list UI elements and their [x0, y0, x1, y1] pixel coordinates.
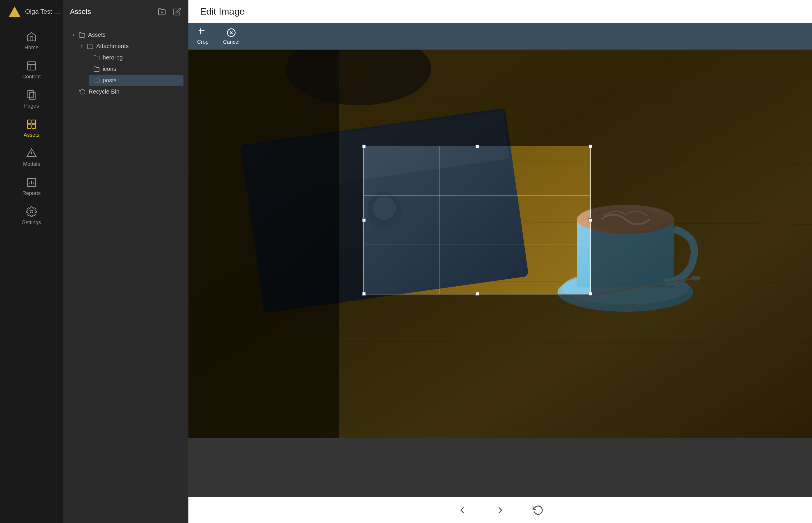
tree-item-hero-bg-label: hero-bg: [103, 54, 123, 61]
reports-icon: [26, 177, 37, 188]
sidebar-item-assets[interactable]: Assets: [0, 114, 63, 143]
recycle-bin-icon: [80, 89, 86, 95]
expand-icon: [71, 33, 76, 37]
crop-handle-ml[interactable]: [362, 218, 366, 222]
tree-item-icons-label: icons: [103, 66, 117, 72]
content-icon: [26, 60, 37, 71]
sidebar-logo: Olga Test Olga Test Org: [0, 0, 63, 23]
svg-rect-8: [28, 125, 31, 128]
tree-item-recycle-bin[interactable]: Recycle Bin: [75, 86, 183, 97]
prev-button[interactable]: [455, 503, 470, 518]
new-folder-icon[interactable]: [158, 7, 166, 16]
svg-rect-1: [28, 61, 36, 70]
bottom-toolbar: [189, 497, 812, 523]
sidebar-item-reports-label: Reports: [22, 191, 40, 197]
crop-handle-bl[interactable]: [362, 292, 366, 295]
next-icon: [495, 505, 506, 516]
tree-item-attachments-label: Attachments: [96, 43, 129, 50]
assets-icon: [26, 119, 37, 130]
svg-marker-0: [9, 6, 20, 17]
sidebar-item-pages[interactable]: Pages: [0, 85, 63, 114]
crop-handle-bm[interactable]: [475, 292, 479, 295]
folder-icon: [93, 77, 100, 84]
crop-handle-br[interactable]: [588, 292, 592, 295]
folder-icon: [93, 66, 100, 72]
crop-grid-v2: [515, 146, 515, 294]
crop-handle-mr[interactable]: [588, 218, 592, 222]
crop-grid-h2: [364, 245, 590, 245]
settings-icon: [26, 206, 37, 217]
folder-icon: [93, 55, 100, 61]
crop-selection-box[interactable]: [364, 146, 591, 294]
crop-grid-v1: [439, 146, 440, 294]
tree-item-posts[interactable]: posts: [89, 75, 183, 86]
svg-rect-6: [28, 120, 31, 124]
asset-tree: Assets Attachments hero-bg: [63, 23, 188, 523]
reset-button[interactable]: [531, 503, 545, 518]
tree-item-recycle-bin-label: Recycle Bin: [89, 88, 120, 95]
asset-panel: Assets Assets: [63, 0, 189, 523]
crop-handle-tr[interactable]: [588, 145, 592, 148]
crop-grid-h1: [364, 195, 590, 196]
edit-toolbar: Crop Cancel: [189, 23, 812, 50]
crop-button[interactable]: Crop: [197, 28, 209, 45]
sidebar-item-home[interactable]: Home: [0, 26, 63, 55]
crop-icon: [198, 28, 208, 37]
svg-rect-4: [28, 90, 33, 98]
cancel-button[interactable]: Cancel: [223, 28, 240, 45]
crop-handle-tl[interactable]: [362, 145, 366, 148]
tree-item-icons[interactable]: icons: [89, 63, 183, 75]
svg-rect-5: [30, 92, 35, 100]
svg-rect-41: [189, 50, 339, 438]
sidebar-item-models[interactable]: Models: [0, 143, 63, 172]
next-button[interactable]: [493, 503, 508, 518]
sidebar-item-reports[interactable]: Reports: [0, 172, 63, 201]
asset-panel-header: Assets: [63, 0, 188, 23]
folder-group-icon: [79, 32, 85, 38]
reset-icon: [533, 505, 544, 516]
edit-image-title: Edit Image: [200, 6, 245, 17]
sidebar: Olga Test Olga Test Org Home Content Pag…: [0, 0, 63, 523]
tree-item-assets-root[interactable]: Assets: [68, 29, 183, 40]
edit-image-header: Edit Image: [189, 0, 812, 23]
org-name: Olga Test Olga Test Org: [25, 8, 63, 15]
app-logo-icon: [8, 5, 21, 18]
sidebar-item-pages-label: Pages: [24, 103, 39, 109]
crop-button-label: Crop: [197, 39, 209, 45]
svg-rect-7: [32, 120, 36, 124]
main-content: Edit Image Crop Cancel: [189, 0, 812, 523]
tree-item-hero-bg[interactable]: hero-bg: [89, 52, 183, 63]
svg-point-16: [30, 210, 33, 213]
prev-icon: [457, 505, 468, 516]
image-workspace: [189, 50, 812, 497]
crop-handle-tm[interactable]: [475, 145, 479, 148]
cancel-button-label: Cancel: [223, 39, 240, 45]
folder-group-icon: [87, 43, 93, 50]
sidebar-item-settings-label: Settings: [22, 219, 41, 226]
sidebar-item-content[interactable]: Content: [0, 55, 63, 85]
cancel-icon: [227, 28, 236, 37]
sidebar-item-assets-label: Assets: [24, 132, 39, 138]
rename-icon[interactable]: [173, 7, 181, 16]
tree-item-attachments[interactable]: Attachments: [75, 40, 183, 52]
pages-icon: [26, 90, 37, 101]
sidebar-item-home-label: Home: [24, 44, 38, 51]
models-icon: [26, 148, 37, 159]
svg-point-40: [691, 276, 701, 281]
sidebar-item-models-label: Models: [23, 161, 40, 167]
sidebar-item-settings[interactable]: Settings: [0, 201, 63, 230]
svg-rect-9: [32, 125, 36, 128]
expand-icon: [80, 44, 84, 49]
asset-header-actions: [158, 7, 181, 16]
nav-icons: Home Content Pages Assets: [0, 23, 63, 230]
tree-item-posts-label: posts: [103, 77, 117, 84]
sidebar-item-content-label: Content: [22, 74, 40, 80]
tree-item-assets-root-label: Assets: [88, 32, 106, 38]
asset-panel-title: Assets: [70, 7, 158, 16]
home-icon: [26, 31, 37, 42]
